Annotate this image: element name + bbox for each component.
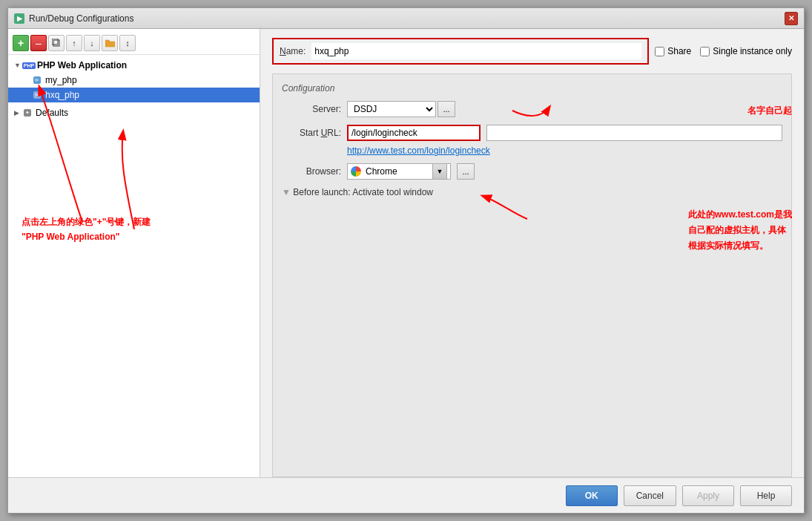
- copy-button[interactable]: [48, 35, 65, 51]
- tree-item-hxq-php[interactable]: ⊳ hxq_php: [8, 88, 260, 102]
- share-checkbox-item: Share: [655, 46, 691, 56]
- left-toolbar: + – ↑ ↓ ↕: [8, 32, 260, 55]
- add-button[interactable]: +: [13, 35, 29, 51]
- single-instance-label: Single instance only: [713, 46, 792, 56]
- close-button[interactable]: ✕: [785, 12, 798, 25]
- server-dropdown-wrapper: DSDJ ...: [347, 101, 455, 117]
- single-instance-checkbox[interactable]: [700, 47, 710, 56]
- share-options: Share Single instance only: [655, 46, 792, 56]
- tree-root-label: PHP Web Application: [37, 60, 127, 71]
- defaults-icon: ✦: [22, 108, 33, 118]
- start-url-label: Start URL:: [282, 128, 341, 138]
- single-instance-checkbox-item: Single instance only: [700, 46, 792, 56]
- server-row: Server: DSDJ ...: [282, 101, 782, 117]
- browser-label: Browser:: [282, 166, 341, 177]
- expand-arrow: ▼: [14, 62, 21, 69]
- name-field-box: Name:: [272, 38, 649, 65]
- browser-ellipsis-button[interactable]: ...: [457, 163, 475, 180]
- browser-row: Browser: Chrome ▼ ...: [282, 163, 782, 180]
- tree-item-my-php[interactable]: ⊳ my_php: [8, 73, 260, 88]
- url-link[interactable]: http://www.test.com/login/logincheck: [347, 145, 490, 156]
- defaults-expand-arrow: ▶: [14, 109, 19, 117]
- svg-rect-0: [53, 40, 59, 46]
- help-button[interactable]: Help: [740, 485, 792, 506]
- tree-defaults-label: Defaults: [36, 108, 68, 118]
- start-url-row: Start URL:: [282, 125, 782, 141]
- share-checkbox[interactable]: [655, 47, 664, 56]
- title-bar: ▶ Run/Debug Configurations ✕: [8, 8, 804, 29]
- bottom-bar: OK Cancel Apply Help: [8, 477, 804, 513]
- ok-button[interactable]: OK: [566, 485, 618, 506]
- folder-button[interactable]: [102, 35, 118, 51]
- url-link-row: http://www.test.com/login/logincheck: [347, 145, 782, 156]
- server-ellipsis-button[interactable]: ...: [438, 101, 455, 117]
- php-child-icon-2: ⊳: [32, 90, 42, 100]
- name-input[interactable]: [311, 43, 641, 59]
- php-root-icon: PHP: [24, 60, 34, 71]
- name-label: Name:: [280, 46, 306, 56]
- move-up-button[interactable]: ↑: [66, 35, 82, 51]
- move-down-button[interactable]: ↓: [84, 35, 100, 51]
- browser-dropdown-arrow[interactable]: ▼: [432, 163, 447, 180]
- configuration-header: Configuration: [282, 83, 782, 94]
- dialog-title: Run/Debug Configurations: [29, 13, 133, 24]
- remove-button[interactable]: –: [30, 35, 47, 51]
- configuration-area: Configuration Server: DSDJ ...: [272, 73, 792, 477]
- tree-child2-label: hxq_php: [45, 90, 79, 100]
- server-label: Server:: [282, 104, 341, 114]
- sort-button[interactable]: ↕: [119, 35, 136, 51]
- share-label: Share: [667, 46, 691, 56]
- before-launch-label: Before launch: Activate tool window: [293, 187, 433, 197]
- start-url-input[interactable]: [347, 125, 481, 141]
- tree-item-php-web-application[interactable]: ▼ PHP PHP Web Application: [8, 58, 260, 73]
- browser-value-label: Chrome: [366, 166, 397, 177]
- start-url-full-input[interactable]: [486, 125, 782, 141]
- php-child-icon-1: ⊳: [32, 75, 42, 85]
- apply-button[interactable]: Apply: [682, 485, 734, 506]
- dialog-icon: ▶: [14, 13, 24, 24]
- chrome-icon: [351, 166, 361, 177]
- server-select[interactable]: DSDJ: [347, 101, 436, 117]
- tree-child1-label: my_php: [45, 75, 77, 85]
- left-panel: + – ↑ ↓ ↕ ▼ PHP PHP Web: [8, 29, 260, 477]
- browser-dropdown-wrapper[interactable]: Chrome ▼: [347, 163, 451, 180]
- tree-item-defaults[interactable]: ▶ ✦ Defaults: [8, 105, 260, 120]
- svg-rect-1: [52, 39, 58, 45]
- before-launch-text: ▼ Before launch: Activate tool window: [282, 187, 782, 197]
- tree-area: ▼ PHP PHP Web Application ⊳ my_php: [8, 55, 260, 474]
- right-panel: Name: Share Single instance only: [260, 29, 804, 477]
- cancel-button[interactable]: Cancel: [624, 485, 676, 506]
